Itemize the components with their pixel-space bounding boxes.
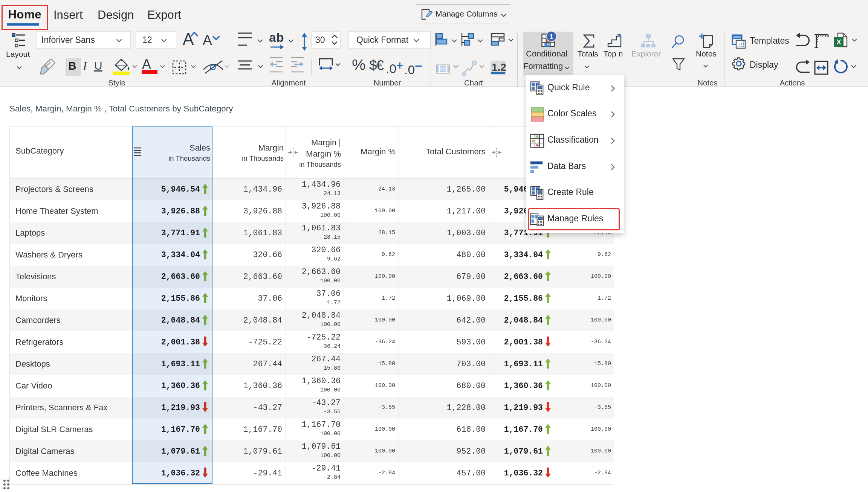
svg-text:1: 1 <box>549 33 553 41</box>
svg-text:X: X <box>836 38 841 46</box>
